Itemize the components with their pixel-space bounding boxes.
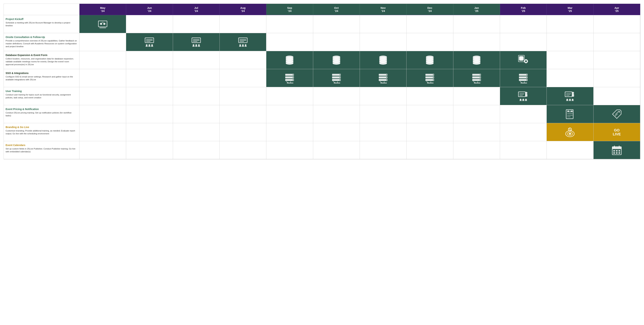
svg-point-95 bbox=[340, 74, 340, 75]
gantt-cell-r4-c1 bbox=[126, 87, 173, 105]
gantt-cell-r7-c8 bbox=[453, 141, 500, 159]
cell-icon-r2-c7 bbox=[406, 51, 453, 69]
gantt-cell-r4-c6 bbox=[360, 87, 406, 105]
gantt-cell-r1-c9 bbox=[500, 33, 547, 51]
cell-icon-r3-c8 bbox=[453, 69, 500, 87]
gantt-cell-r1-c5 bbox=[313, 33, 360, 51]
svg-point-63 bbox=[426, 62, 434, 64]
svg-rect-15 bbox=[151, 46, 153, 47]
svg-rect-142 bbox=[525, 94, 528, 97]
gantt-cell-r3-c7 bbox=[406, 69, 453, 87]
header-month-3: Aug '24 bbox=[220, 4, 266, 15]
gantt-cell-r4-c8 bbox=[453, 87, 500, 105]
svg-point-113 bbox=[433, 74, 434, 75]
gantt-cell-r6-c6 bbox=[360, 123, 406, 141]
gantt-cell-r1-c10 bbox=[547, 33, 593, 51]
svg-rect-102 bbox=[379, 76, 388, 78]
svg-rect-91 bbox=[287, 83, 293, 83]
svg-rect-4 bbox=[102, 22, 104, 23]
gantt-cell-r7-c3 bbox=[220, 141, 266, 159]
svg-rect-183 bbox=[618, 150, 620, 151]
gantt-cell-r6-c2 bbox=[173, 123, 220, 141]
svg-rect-112 bbox=[426, 79, 434, 81]
gantt-cell-r1-c2 bbox=[173, 33, 220, 51]
row-label-5: Event Pricing & NotificationConduct 25Li… bbox=[4, 105, 80, 123]
gantt-cell-r4-c11 bbox=[594, 87, 640, 105]
svg-rect-25 bbox=[198, 46, 200, 47]
svg-point-87 bbox=[293, 77, 294, 78]
gantt-cell-r0-c2 bbox=[173, 15, 220, 33]
svg-point-70 bbox=[473, 62, 480, 64]
svg-point-30 bbox=[239, 44, 241, 46]
svg-rect-128 bbox=[519, 74, 528, 76]
gantt-cell-r5-c9 bbox=[500, 105, 547, 123]
gantt-cell-r5-c7 bbox=[406, 105, 453, 123]
cell-icon-r3-c7 bbox=[406, 69, 453, 87]
row-label-0: Project KickoffSchedule a meeting with 2… bbox=[4, 15, 80, 33]
cell-icon-r5-c10 bbox=[547, 105, 593, 123]
header-month-0: May '24 bbox=[80, 4, 126, 15]
svg-rect-3 bbox=[102, 22, 104, 22]
gantt-cell-r2-c6 bbox=[360, 51, 406, 69]
gantt-cell-r2-c5 bbox=[313, 51, 360, 69]
svg-point-2 bbox=[103, 23, 106, 25]
row-desc-1: Provide a comprehensive overview of 25Li… bbox=[6, 39, 78, 48]
svg-rect-121 bbox=[472, 79, 481, 81]
gantt-cell-r6-c4 bbox=[266, 123, 313, 141]
cell-icon-r4-c10 bbox=[547, 87, 593, 105]
gantt-cell-r5-c3 bbox=[220, 105, 266, 123]
row-desc-0: Schedule a meeting with 25Live Account M… bbox=[6, 21, 78, 27]
row-title-0: Project Kickoff bbox=[6, 18, 78, 20]
svg-rect-120 bbox=[472, 76, 481, 78]
svg-rect-111 bbox=[426, 76, 434, 78]
svg-point-81 bbox=[524, 61, 525, 62]
gantt-cell-r1-c4 bbox=[266, 33, 313, 51]
svg-rect-14 bbox=[148, 46, 150, 47]
svg-point-11 bbox=[149, 44, 150, 46]
gantt-cell-r5-c10 bbox=[547, 105, 593, 123]
svg-rect-158 bbox=[566, 100, 568, 101]
row-label-2: Database Expansion & Event FormCollect l… bbox=[4, 51, 80, 69]
svg-point-143 bbox=[520, 99, 522, 100]
gantt-cell-r3-c1 bbox=[126, 69, 173, 87]
svg-rect-93 bbox=[332, 76, 341, 78]
svg-rect-103 bbox=[379, 79, 388, 81]
cell-icon-r3-c6 bbox=[360, 69, 406, 87]
svg-rect-35 bbox=[244, 46, 247, 47]
svg-rect-184 bbox=[613, 152, 615, 154]
svg-rect-130 bbox=[519, 79, 528, 81]
gantt-cell-r5-c6 bbox=[360, 105, 406, 123]
row-desc-2: Collect location, resources, and organiz… bbox=[6, 57, 78, 66]
svg-rect-137 bbox=[518, 92, 526, 97]
svg-point-131 bbox=[526, 74, 528, 75]
gantt-cell-r6-c3 bbox=[220, 123, 266, 141]
svg-point-133 bbox=[526, 79, 528, 80]
svg-rect-16 bbox=[192, 38, 200, 43]
svg-rect-26 bbox=[238, 38, 247, 43]
gantt-cell-r0-c9 bbox=[500, 15, 547, 33]
gantt-cell-r4-c4 bbox=[266, 87, 313, 105]
svg-point-80 bbox=[526, 62, 526, 63]
svg-point-157 bbox=[572, 99, 574, 100]
svg-rect-148 bbox=[525, 100, 527, 101]
svg-point-82 bbox=[527, 61, 528, 62]
gantt-cell-r0-c11 bbox=[594, 15, 640, 33]
gantt-cell-r3-c2 bbox=[173, 69, 220, 87]
row-desc-7: Set up custom fields in 25Live Publisher… bbox=[6, 147, 78, 153]
svg-rect-146 bbox=[520, 100, 522, 101]
gantt-cell-r0-c3 bbox=[220, 15, 266, 33]
cell-icon-r2-c4 bbox=[266, 51, 313, 69]
cell-icon-r5-c11 bbox=[594, 105, 640, 123]
svg-point-88 bbox=[293, 79, 294, 80]
gantt-cell-r1-c6 bbox=[360, 33, 406, 51]
svg-point-104 bbox=[386, 74, 387, 75]
svg-rect-85 bbox=[285, 79, 294, 81]
cell-icon-r7-c11 bbox=[594, 141, 640, 159]
header-month-4: Sep '24 bbox=[266, 4, 313, 15]
svg-rect-100 bbox=[334, 83, 340, 83]
svg-rect-167 bbox=[570, 111, 573, 112]
cell-icon-r2-c6 bbox=[360, 51, 406, 69]
gantt-cell-r2-c0 bbox=[80, 51, 126, 69]
svg-rect-186 bbox=[618, 152, 620, 154]
svg-point-49 bbox=[333, 62, 340, 64]
